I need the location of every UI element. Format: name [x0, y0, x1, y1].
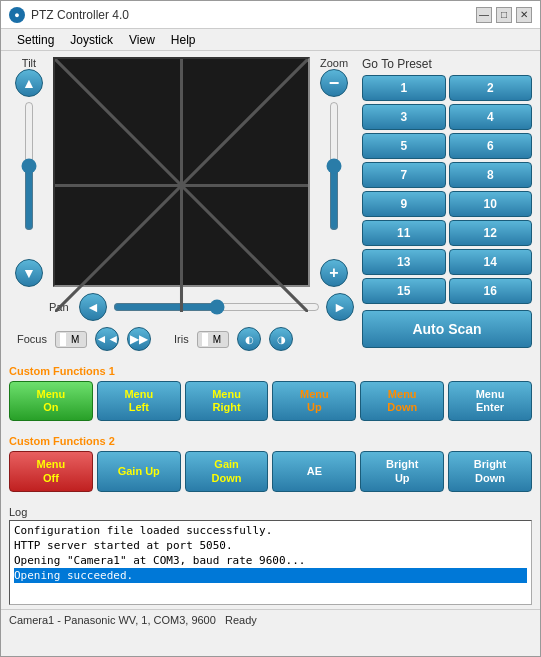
focus-auto-label — [60, 333, 66, 346]
log-label: Log — [9, 506, 532, 518]
tilt-column: Tilt ▲ ▼ — [9, 57, 49, 287]
preset-btn-16[interactable]: 16 — [449, 278, 533, 304]
preset-btn-8[interactable]: 8 — [449, 162, 533, 188]
iris-toggle[interactable]: M — [197, 331, 229, 348]
log-line-4: Opening succeeded. — [14, 568, 527, 583]
tilt-slider[interactable] — [19, 101, 39, 231]
log-line-2: HTTP server started at port 5050. — [14, 538, 527, 553]
status-ready: Ready — [225, 614, 257, 626]
menu-setting[interactable]: Setting — [9, 31, 62, 49]
minimize-button[interactable]: — — [476, 7, 492, 23]
iris-auto-label — [202, 333, 208, 346]
custom-functions-2-buttons: MenuOff Gain Up GainDown AE BrightUp Bri… — [9, 451, 532, 491]
cf2-gain-down-button[interactable]: GainDown — [185, 451, 269, 491]
custom-functions-2-section: Custom Functions 2 MenuOff Gain Up GainD… — [1, 431, 540, 501]
custom-functions-1-label: Custom Functions 1 — [9, 365, 532, 377]
iris-label: Iris — [174, 333, 189, 345]
preset-btn-15[interactable]: 15 — [362, 278, 446, 304]
cf2-bright-down-button[interactable]: BrightDown — [448, 451, 532, 491]
tilt-label: Tilt — [22, 57, 36, 69]
cf1-menu-enter-button[interactable]: MenuEnter — [448, 381, 532, 421]
zoom-slider-container — [324, 97, 344, 259]
preset-btn-11[interactable]: 11 — [362, 220, 446, 246]
log-section: Log Configuration file loaded successful… — [1, 502, 540, 609]
log-line-3: Opening "Camera1" at COM3, baud rate 960… — [14, 553, 527, 568]
title-bar: ● PTZ Controller 4.0 — □ ✕ — [1, 1, 540, 29]
menu-bar: Setting Joystick View Help — [1, 29, 540, 51]
zoom-column: Zoom − + — [314, 57, 354, 287]
focus-iris-row: Focus M ◄◄ ▶▶ Iris M ◐ ◑ — [9, 327, 354, 351]
right-panel: Go To Preset 1 2 3 4 5 6 7 8 9 10 11 12 … — [362, 57, 532, 355]
preset-btn-5[interactable]: 5 — [362, 133, 446, 159]
ptz-area: Tilt ▲ ▼ Zoom − — [9, 57, 354, 287]
preset-btn-2[interactable]: 2 — [449, 75, 533, 101]
iris-close-button[interactable]: ◐ — [237, 327, 261, 351]
cf1-menu-on-button[interactable]: MenuOn — [9, 381, 93, 421]
tilt-slider-container — [19, 97, 39, 259]
preset-btn-10[interactable]: 10 — [449, 191, 533, 217]
zoom-label: Zoom — [320, 57, 348, 69]
cf1-menu-right-button[interactable]: MenuRight — [185, 381, 269, 421]
menu-joystick[interactable]: Joystick — [62, 31, 121, 49]
focus-label: Focus — [17, 333, 47, 345]
custom-functions-1-section: Custom Functions 1 MenuOn MenuLeft MenuR… — [1, 361, 540, 431]
cf2-bright-up-button[interactable]: BrightUp — [360, 451, 444, 491]
cf1-menu-down-button[interactable]: MenuDown — [360, 381, 444, 421]
preset-btn-3[interactable]: 3 — [362, 104, 446, 130]
cf2-menu-off-button[interactable]: MenuOff — [9, 451, 93, 491]
window-controls: — □ ✕ — [476, 7, 532, 23]
camera-crosshair — [55, 59, 308, 312]
preset-btn-1[interactable]: 1 — [362, 75, 446, 101]
cf1-menu-up-button[interactable]: MenuUp — [272, 381, 356, 421]
tilt-down-button[interactable]: ▼ — [15, 259, 43, 287]
pan-right-button[interactable]: ► — [326, 293, 354, 321]
custom-functions-1-buttons: MenuOn MenuLeft MenuRight MenuUp MenuDow… — [9, 381, 532, 421]
restore-button[interactable]: □ — [496, 7, 512, 23]
focus-toggle[interactable]: M — [55, 331, 87, 348]
log-box[interactable]: Configuration file loaded successfully. … — [9, 520, 532, 605]
cf2-gain-up-button[interactable]: Gain Up — [97, 451, 181, 491]
menu-help[interactable]: Help — [163, 31, 204, 49]
preset-btn-9[interactable]: 9 — [362, 191, 446, 217]
preset-btn-4[interactable]: 4 — [449, 104, 533, 130]
preset-btn-13[interactable]: 13 — [362, 249, 446, 275]
zoom-plus-button[interactable]: + — [320, 259, 348, 287]
focus-near-button[interactable]: ◄◄ — [95, 327, 119, 351]
preset-label: Go To Preset — [362, 57, 532, 71]
auto-scan-button[interactable]: Auto Scan — [362, 310, 532, 348]
app-title: PTZ Controller 4.0 — [31, 8, 476, 22]
preset-grid: 1 2 3 4 5 6 7 8 9 10 11 12 13 14 15 16 — [362, 75, 532, 304]
camera-view — [53, 57, 310, 287]
close-button[interactable]: ✕ — [516, 7, 532, 23]
custom-functions-2-label: Custom Functions 2 — [9, 435, 532, 447]
left-panel: Tilt ▲ ▼ Zoom − — [9, 57, 354, 355]
preset-btn-7[interactable]: 7 — [362, 162, 446, 188]
preset-btn-14[interactable]: 14 — [449, 249, 533, 275]
main-content: Tilt ▲ ▼ Zoom − — [1, 51, 540, 361]
tilt-up-button[interactable]: ▲ — [15, 69, 43, 97]
log-line-1: Configuration file loaded successfully. — [14, 523, 527, 538]
menu-view[interactable]: View — [121, 31, 163, 49]
preset-btn-6[interactable]: 6 — [449, 133, 533, 159]
iris-open-button[interactable]: ◑ — [269, 327, 293, 351]
focus-manual-label: M — [68, 333, 82, 346]
zoom-slider[interactable] — [324, 101, 344, 231]
cf2-ae-button[interactable]: AE — [272, 451, 356, 491]
status-bar: Camera1 - Panasonic WV, 1, COM3, 9600 Re… — [1, 609, 540, 631]
focus-far-button[interactable]: ▶▶ — [127, 327, 151, 351]
zoom-minus-button[interactable]: − — [320, 69, 348, 97]
iris-manual-label: M — [210, 333, 224, 346]
cf1-menu-left-button[interactable]: MenuLeft — [97, 381, 181, 421]
app-icon: ● — [9, 7, 25, 23]
preset-btn-12[interactable]: 12 — [449, 220, 533, 246]
status-camera: Camera1 - Panasonic WV, 1, COM3, 9600 — [9, 614, 216, 626]
